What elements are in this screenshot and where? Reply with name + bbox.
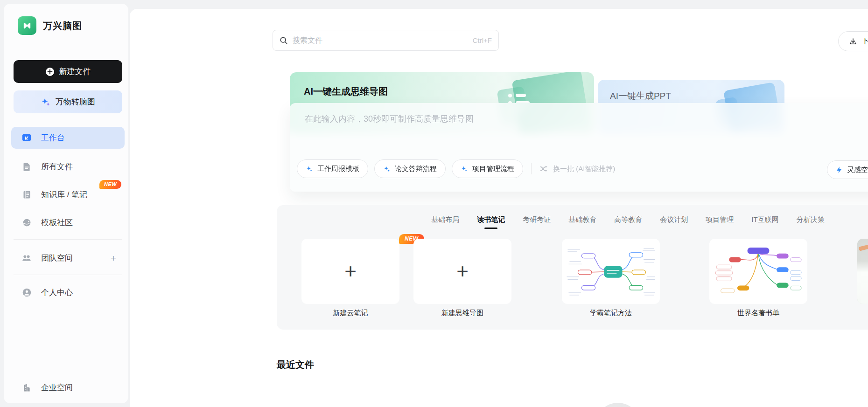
ai-transform-label: 万物转脑图 <box>56 97 95 107</box>
mindmap-thumbnail <box>713 244 804 299</box>
template-tabs: 基础布局 读书笔记 考研考证 基础教育 高等教育 会议计划 项目管理 IT互联网… <box>277 215 868 229</box>
notebook-icon <box>21 190 32 200</box>
plus-icon: + <box>344 261 357 282</box>
sparkle-icon <box>41 97 51 107</box>
tab-analysis-decision[interactable]: 分析决策 <box>797 215 825 229</box>
recent-files-title: 最近文件 <box>277 359 314 371</box>
sidebar-item-label: 工作台 <box>41 132 65 143</box>
chip-thesis-defense[interactable]: 论文答辩流程 <box>374 159 446 178</box>
card-label: 更多 <box>857 309 868 317</box>
ai-transform-button[interactable]: 万物转脑图 <box>14 90 122 113</box>
tab-meeting-plan[interactable]: 会议计划 <box>660 215 688 229</box>
chip-label: 工作周报模板 <box>317 165 359 173</box>
card-world-classics-template[interactable] <box>709 239 807 304</box>
sparkle-icon <box>461 165 468 172</box>
card-label: 世界名著书单 <box>709 309 807 317</box>
search-shortcut-hint: Ctrl+F <box>473 36 492 44</box>
card-new-cloud-note[interactable]: + <box>301 239 399 304</box>
sidebar-item-workbench[interactable]: 工作台 <box>11 127 125 149</box>
ai-actions: 灵感空间 立即生成 <box>827 159 868 180</box>
tab-basic-education[interactable]: 基础教育 <box>568 215 596 229</box>
download-icon <box>849 37 857 46</box>
sidebar-item-personal-center[interactable]: 个人中心 <box>11 282 125 304</box>
download-client-button[interactable]: 下载客户端 <box>838 31 868 51</box>
tab-reading-notes[interactable]: 读书笔记 <box>477 215 505 229</box>
sidebar-item-template-community[interactable]: 模板社区 <box>11 212 125 234</box>
sidebar-item-all-files[interactable]: 所有文件 <box>11 156 125 178</box>
file-icon <box>21 162 32 172</box>
ai-input-panel: 工作周报模板 论文答辩流程 <box>290 103 868 192</box>
sidebar-item-enterprise-space[interactable]: 企业空间 <box>11 377 125 399</box>
inspiration-space-button[interactable]: 灵感空间 <box>827 160 868 179</box>
plus-icon: + <box>456 261 469 282</box>
tab-higher-education[interactable]: 高等教育 <box>614 215 642 229</box>
app-title: 万兴脑图 <box>43 20 82 32</box>
shuffle-label: 换一批 (AI智能推荐) <box>553 165 615 173</box>
chip-label: 论文答辩流程 <box>395 165 437 173</box>
new-file-button[interactable]: 新建文件 <box>14 60 122 83</box>
community-icon <box>21 218 32 228</box>
chip-weekly-report[interactable]: 工作周报模板 <box>297 159 368 178</box>
sidebar-item-label: 模板社区 <box>41 217 73 228</box>
ai-mindmap-banner-title: AI一键生成思维导图 <box>304 85 388 98</box>
sidebar-divider <box>14 239 122 240</box>
lightning-icon <box>835 166 843 174</box>
new-badge: NEW <box>99 180 121 189</box>
search-box: Ctrl+F <box>273 30 499 51</box>
sidebar-item-label: 个人中心 <box>41 287 73 298</box>
card-study-notes-template[interactable] <box>562 239 660 304</box>
card-label: 新建思维导图 <box>413 309 511 317</box>
workbench-icon <box>21 133 32 143</box>
search-input[interactable] <box>293 36 468 45</box>
search-icon <box>280 36 288 45</box>
add-team-button[interactable]: + <box>111 253 116 264</box>
templates-section: 基础布局 读书笔记 考研考证 基础教育 高等教育 会议计划 项目管理 IT互联网… <box>277 205 868 330</box>
new-file-label: 新建文件 <box>59 66 91 77</box>
shuffle-icon <box>539 164 549 173</box>
tab-exam-certification[interactable]: 考研考证 <box>523 215 551 229</box>
team-icon <box>21 253 32 263</box>
sidebar: 万兴脑图 新建文件 万物转脑图 <box>4 4 128 403</box>
app-window: 万兴脑图 新建文件 万物转脑图 <box>0 0 868 407</box>
brand-logo-icon <box>18 16 36 35</box>
building-icon <box>21 383 32 393</box>
chip-label: 项目管理流程 <box>472 165 514 173</box>
template-chip-row: 工作周报模板 论文答辩流程 <box>297 159 615 178</box>
sidebar-item-team-space[interactable]: 团队空间 + <box>11 247 125 269</box>
sidebar-item-label: 所有文件 <box>41 161 73 172</box>
user-icon <box>21 288 32 298</box>
tab-project-management[interactable]: 项目管理 <box>706 215 734 229</box>
app-logo: 万兴脑图 <box>18 16 82 35</box>
card-label: 新建云笔记 <box>301 309 399 317</box>
mindmap-thumbnail <box>565 244 657 299</box>
tab-basic-layout[interactable]: 基础布局 <box>431 215 459 229</box>
more-templates-link: 100w+精品模板 → <box>857 278 868 288</box>
chip-project-management[interactable]: 项目管理流程 <box>452 159 523 178</box>
chip-divider <box>531 163 532 174</box>
more-card-overlay <box>857 239 868 304</box>
ai-content-input[interactable] <box>305 113 868 152</box>
sidebar-item-label: 企业空间 <box>41 382 73 393</box>
sparkle-icon <box>306 165 313 172</box>
main-panel: Ctrl+F 下载客户端 登录/注册 登录免费使用 <box>130 9 868 407</box>
sidebar-item-label: 团队空间 <box>41 253 73 263</box>
tab-it-internet[interactable]: IT互联网 <box>751 215 778 229</box>
plus-circle-icon <box>45 67 55 76</box>
card-new-mindmap[interactable]: + <box>413 239 511 304</box>
ai-ppt-banner-title: AI一键生成PPT <box>610 90 671 102</box>
sparkle-icon <box>383 165 391 172</box>
inspiration-label: 灵感空间 <box>847 166 868 174</box>
shuffle-recommend-button[interactable]: 换一批 (AI智能推荐) <box>539 164 615 173</box>
card-more-templates[interactable]: 100w+精品模板 → <box>857 239 868 304</box>
sidebar-divider <box>14 275 122 275</box>
card-label: 学霸笔记方法 <box>562 309 660 317</box>
sidebar-item-label: 知识库 / 笔记 <box>41 189 87 200</box>
empty-state-cloud-graphic <box>574 402 667 407</box>
download-label: 下载客户端 <box>861 36 868 46</box>
